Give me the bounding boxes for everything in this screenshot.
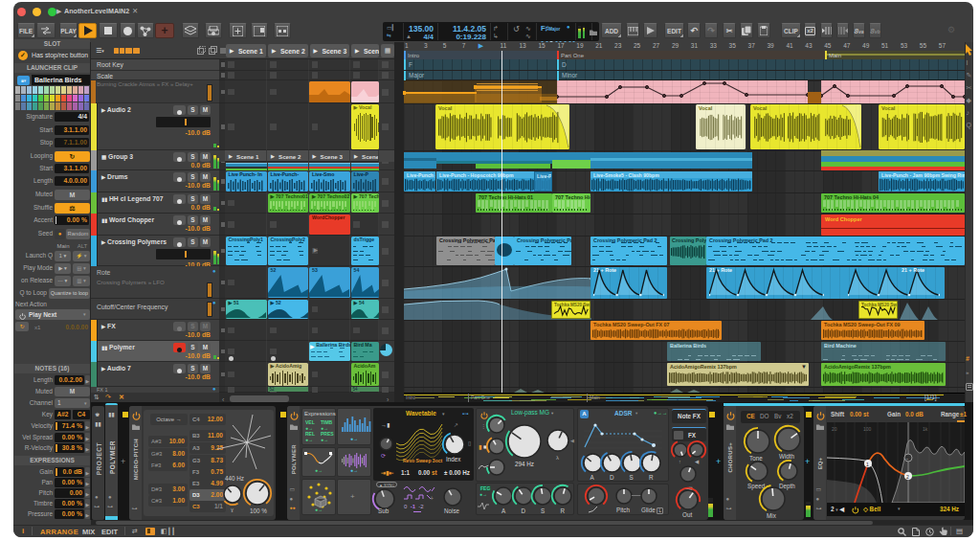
svg-text:1: 1 [866, 462, 869, 467]
svg-text:20: 20 [832, 426, 837, 432]
svg-text:2: 2 [906, 474, 909, 480]
svg-text:−: − [906, 456, 909, 462]
svg-text:1k: 1k [923, 426, 928, 432]
svg-text:100: 100 [863, 426, 872, 432]
